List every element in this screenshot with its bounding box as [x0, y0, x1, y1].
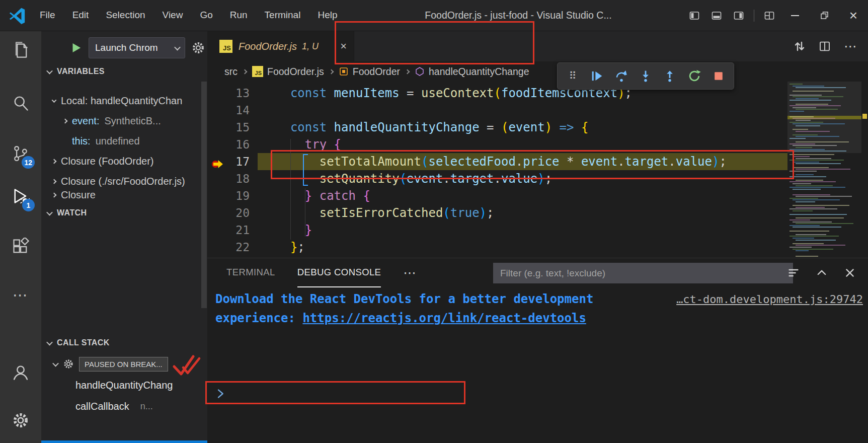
launch-config-label: Launch Chrom: [95, 42, 175, 53]
variable-row[interactable]: event:SyntheticB...: [41, 111, 207, 131]
menu-file[interactable]: File: [31, 0, 64, 31]
tab-debug-console[interactable]: DEBUG CONSOLE: [297, 258, 381, 287]
menu-help[interactable]: Help: [309, 0, 346, 31]
stop-button[interactable]: [710, 67, 727, 85]
line-number[interactable]: 14: [207, 102, 258, 119]
overview-ruler[interactable]: [861, 82, 868, 261]
toolbar-gripper-icon[interactable]: ⠿: [564, 67, 581, 85]
code-line-19[interactable]: 19 } catch {: [207, 187, 868, 204]
step-out-button[interactable]: [661, 67, 678, 85]
breadcrumb-src[interactable]: src: [224, 66, 238, 78]
debug-toolbar: ⠿: [557, 62, 734, 90]
restore-button[interactable]: [810, 0, 839, 31]
callstack-frame[interactable]: handleQuantityChang: [41, 375, 207, 396]
split-editor-icon[interactable]: [819, 40, 831, 52]
editor-more-actions-icon[interactable]: ⋯: [844, 39, 857, 54]
explorer-icon[interactable]: [0, 31, 41, 69]
maximize-panel-icon[interactable]: [816, 267, 828, 279]
menu-go[interactable]: Go: [191, 0, 221, 31]
run-debug-icon[interactable]: 1: [0, 177, 41, 215]
extensions-icon[interactable]: [0, 228, 41, 266]
launch-config-dropdown[interactable]: Launch Chrom: [89, 37, 185, 58]
line-number[interactable]: 21: [207, 222, 258, 239]
breadcrumb-label: src: [224, 66, 238, 78]
console-filter-input[interactable]: [493, 263, 793, 283]
menu-view[interactable]: View: [154, 0, 192, 31]
step-into-button[interactable]: [637, 67, 654, 85]
variable-row[interactable]: Closure: [41, 191, 207, 198]
line-number[interactable]: 18: [207, 170, 258, 187]
callstack-frame[interactable]: callCallbackn...: [41, 396, 207, 417]
variable-row[interactable]: Closure (./src/FoodOrder.js): [41, 171, 207, 191]
chevron-down-icon: [174, 44, 181, 50]
code-line-20[interactable]: 20 setIsErrorCatched(true);: [207, 204, 868, 222]
tab-terminal[interactable]: TERMINAL: [226, 258, 275, 287]
toggle-panel-icon[interactable]: [705, 0, 728, 31]
variable-row[interactable]: this:undefined: [41, 131, 207, 151]
tab-decorations: 1, U: [302, 41, 319, 52]
more-views-icon[interactable]: ⋯: [0, 275, 41, 314]
breadcrumb-foodorder-js[interactable]: JSFoodOrder.js: [252, 66, 324, 78]
clear-console-icon[interactable]: [787, 267, 800, 279]
paused-on-breakpoint-badge: PAUSED ON BREAK...: [79, 357, 168, 372]
account-icon[interactable]: [0, 353, 41, 392]
line-number[interactable]: 19: [207, 187, 258, 204]
line-number[interactable]: 20: [207, 204, 258, 222]
menu-terminal[interactable]: Terminal: [256, 0, 309, 31]
panel-more-tabs-icon[interactable]: ⋯: [403, 265, 417, 281]
watch-section-header[interactable]: WATCH: [41, 205, 207, 221]
menu-selection[interactable]: Selection: [97, 0, 153, 31]
line-number[interactable]: 15: [207, 119, 258, 136]
chevron-down-icon: [46, 339, 53, 345]
code-line-22[interactable]: 22 };: [207, 239, 868, 256]
minimap-code-line: [790, 143, 815, 144]
method-symbol-icon: [415, 66, 425, 77]
close-panel-icon[interactable]: [844, 267, 856, 279]
tab-foodorder-js[interactable]: JS FoodOrder.js 1, U ×: [207, 31, 354, 61]
code-line-15[interactable]: 15 const handleQuantityChange = (event) …: [207, 119, 868, 136]
settings-gear-icon[interactable]: [0, 401, 41, 439]
code-line-14[interactable]: 14: [207, 102, 868, 119]
source-control-icon[interactable]: 12: [0, 134, 41, 173]
minimap-code-line: [790, 176, 826, 177]
console-link[interactable]: https://reactjs.org/link/react-devtools: [302, 309, 586, 328]
debug-console-input[interactable]: [215, 383, 226, 404]
close-window-button[interactable]: ×: [839, 0, 868, 31]
close-tab-icon[interactable]: ×: [340, 41, 347, 52]
code-line-16[interactable]: 16 try {: [207, 136, 868, 153]
toggle-secondary-sidebar-icon[interactable]: [728, 0, 750, 31]
toggle-sidebar-icon[interactable]: [683, 0, 705, 31]
line-number[interactable]: 16: [207, 136, 258, 153]
restart-button[interactable]: [686, 67, 703, 85]
callstack-section-header[interactable]: CALL STACK: [41, 335, 207, 351]
search-icon[interactable]: [0, 84, 41, 122]
start-debug-button[interactable]: [69, 41, 83, 54]
debug-gear-icon[interactable]: [191, 41, 205, 55]
chevron-right-icon: [52, 179, 57, 184]
debug-session-row[interactable]: PAUSED ON BREAK...: [41, 353, 207, 375]
code-line-13[interactable]: 13 const menuItems = useContext(foodItem…: [207, 85, 868, 102]
line-number[interactable]: 13: [207, 85, 258, 102]
minimap[interactable]: [787, 82, 861, 261]
minimap-code-line: [793, 156, 810, 157]
line-number[interactable]: 17: [207, 153, 258, 170]
console-source-link[interactable]: …ct-dom.development.js:29742: [676, 290, 863, 309]
minimap-code-line: [796, 217, 844, 218]
code-line-21[interactable]: 21 }: [207, 222, 868, 239]
open-changes-icon[interactable]: [794, 40, 806, 52]
minimap-code-line: [793, 123, 845, 124]
variables-section-header[interactable]: VARIABLES: [41, 63, 207, 80]
line-number[interactable]: 22: [207, 239, 258, 256]
sidebar-scrollbar[interactable]: [201, 82, 207, 308]
customize-layout-icon[interactable]: [758, 0, 780, 31]
continue-button[interactable]: [588, 67, 605, 85]
breadcrumb-handlequantitychange[interactable]: handleQuantityChange: [415, 66, 529, 78]
code-editor[interactable]: 13 const menuItems = useContext(foodItem…: [207, 82, 868, 261]
variable-row[interactable]: Local: handleQuantityChan: [41, 91, 207, 111]
menu-run[interactable]: Run: [221, 0, 256, 31]
variable-row[interactable]: Closure (FoodOrder): [41, 151, 207, 171]
menu-edit[interactable]: Edit: [64, 0, 98, 31]
breadcrumb-foodorder[interactable]: FoodOrder: [339, 66, 400, 78]
minimize-button[interactable]: [780, 0, 810, 31]
step-over-button[interactable]: [613, 67, 630, 85]
